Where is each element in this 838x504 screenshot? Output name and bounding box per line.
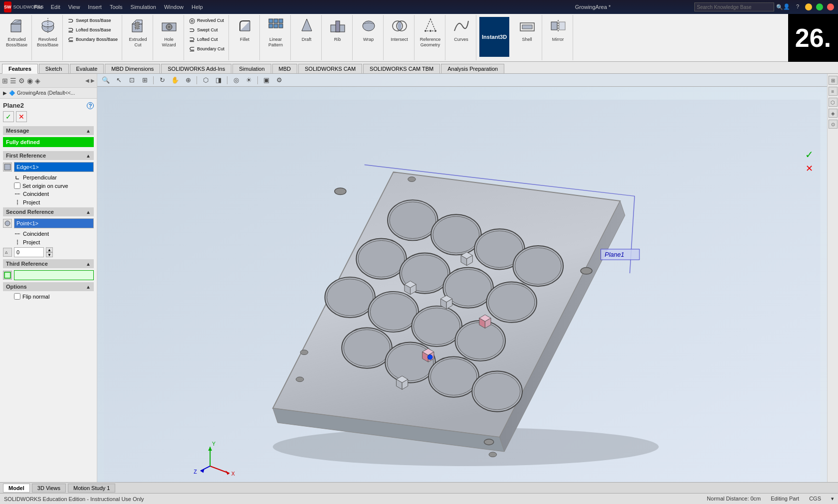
cmd-shell[interactable]: Shell (512, 15, 542, 60)
second-ref-field[interactable] (14, 218, 94, 228)
num-arrow-down[interactable]: ▼ (46, 252, 53, 257)
cmd-intersect[interactable]: Intersect (385, 15, 415, 60)
menu-view[interactable]: View (68, 4, 80, 10)
vp-zoom2-icon[interactable]: ⊕ (183, 75, 194, 86)
tab-mbd[interactable]: MBD (272, 64, 297, 73)
first-ref-icon[interactable] (3, 163, 12, 171)
menu-help[interactable]: Help (192, 4, 203, 10)
vp-view-icon[interactable]: ⬡ (200, 75, 211, 86)
tab-solidworks-cam[interactable]: SOLIDWORKS CAM (298, 64, 362, 73)
rp-btn-1[interactable]: ⊞ (829, 76, 838, 85)
third-ref-field[interactable] (14, 270, 94, 280)
rp-btn-4[interactable]: ◈ (829, 109, 838, 118)
rp-btn-2[interactable]: ≡ (829, 87, 838, 96)
tab-simulation[interactable]: Simulation (232, 64, 271, 73)
panel-tool-features[interactable]: ⊞ (2, 77, 8, 85)
menu-window[interactable]: Window (164, 4, 184, 10)
section-options-header[interactable]: Options ▲ (3, 282, 94, 291)
cmd-swept-boss-base[interactable]: ⊃ Swept Boss/Base (66, 16, 120, 25)
first-ref-field[interactable] (14, 162, 94, 172)
search-icon[interactable]: 🔍 (776, 4, 783, 10)
vp-display-icon[interactable]: ◨ (213, 75, 224, 86)
tab-solidworks-addins[interactable]: SOLIDWORKS Add-Ins (161, 64, 231, 73)
cmd-boundary-boss-base[interactable]: ⊆ Boundary Boss/Base (66, 35, 120, 44)
num-field[interactable] (14, 247, 44, 257)
panel-tool-layers[interactable]: ◈ (35, 77, 40, 85)
intersect-icon[interactable] (390, 16, 410, 36)
tab-sketch[interactable]: Sketch (39, 64, 69, 73)
cmd-revolved-boss-base[interactable]: Revolved Boss/Base (33, 15, 63, 60)
project-option-2[interactable]: Project (14, 239, 94, 246)
vp-magnify-icon[interactable]: ⊞ (139, 75, 150, 86)
cmd-rib[interactable]: Rib (323, 15, 353, 60)
vp-settings-icon[interactable]: ⚙ (274, 75, 285, 86)
menu-file[interactable]: File (34, 4, 43, 10)
third-ref-icon[interactable] (3, 271, 12, 280)
tree-expand-icon[interactable]: ▶ (3, 90, 7, 96)
cmd-lofted-boss-base[interactable]: ⊇ Lofted Boss/Base (66, 25, 120, 34)
panel-tool-properties[interactable]: ☰ (10, 77, 16, 85)
curves-icon[interactable] (451, 16, 471, 36)
coincident-option-2[interactable]: Coincident (14, 230, 94, 237)
cmd-mirror[interactable]: Mirror (543, 15, 573, 60)
fillet-icon[interactable] (235, 16, 255, 36)
cmd-wrap[interactable]: Wrap (354, 15, 384, 60)
rib-icon[interactable] (328, 16, 348, 36)
panel-expand[interactable]: ◀ ▶ (85, 78, 95, 83)
panel-tool-view[interactable]: ◉ (27, 77, 33, 85)
vp-light-icon[interactable]: ☀ (243, 75, 254, 86)
reference-geometry-icon[interactable] (420, 16, 440, 36)
tab-features[interactable]: Features (2, 64, 38, 74)
status-dropdown[interactable]: ▾ (831, 496, 834, 502)
hole-wizard-icon[interactable] (159, 16, 179, 36)
cmd-fillet[interactable]: Fillet (230, 15, 260, 60)
extruded-boss-base-icon[interactable] (7, 16, 27, 36)
wrap-icon[interactable] (359, 16, 379, 36)
perpendicular-option[interactable]: Perpendicular (14, 174, 94, 181)
viewport-ok-button[interactable]: ✓ (803, 149, 815, 161)
minimize-button[interactable] (805, 3, 812, 10)
linear-pattern-icon[interactable] (266, 16, 286, 36)
cmd-reference-geometry[interactable]: Reference Geometry (416, 15, 445, 60)
property-ok-button[interactable]: ✓ (3, 111, 14, 122)
tab-analysis-preparation[interactable]: Analysis Preparation (441, 64, 504, 73)
mirror-icon[interactable] (548, 16, 568, 36)
cmd-boundary-cut[interactable]: ⊆ Boundary Cut (187, 44, 226, 53)
panel-tool-config[interactable]: ⚙ (18, 77, 25, 85)
rp-btn-5[interactable]: ⊙ (829, 120, 838, 129)
tab-evaluate[interactable]: Evaluate (70, 64, 104, 73)
viewport-cancel-button[interactable]: ✕ (803, 163, 815, 174)
menu-edit[interactable]: Edit (51, 4, 60, 10)
menu-tools[interactable]: Tools (110, 4, 123, 10)
vp-pan-icon[interactable]: ✋ (170, 75, 181, 86)
tab-solidworks-cam-tbm[interactable]: SOLIDWORKS CAM TBM (363, 64, 440, 73)
property-help-icon[interactable]: ? (87, 102, 94, 109)
cmd-revolved-cut[interactable]: ◎ Revolved Cut (187, 16, 226, 25)
vp-zoom-icon[interactable]: 🔍 (100, 75, 111, 86)
tab-motion-study[interactable]: Motion Study 1 (68, 484, 115, 493)
user-icon[interactable]: 👤 (783, 3, 790, 10)
section-third-ref-header[interactable]: Third Reference ▲ (3, 259, 94, 268)
section-message-header[interactable]: Message ▲ (3, 126, 94, 135)
tab-mbd-dimensions[interactable]: MBD Dimensions (105, 64, 160, 73)
flip-normal-checkbox[interactable] (14, 293, 20, 300)
cmd-draft[interactable]: Draft (292, 15, 322, 60)
coincident-option-1[interactable]: Coincident (14, 190, 94, 197)
cmd-instant3d[interactable]: Instant3D (479, 17, 509, 57)
cmd-hole-wizard[interactable]: Hole Wizard (154, 15, 184, 60)
rp-btn-3[interactable]: ⬡ (829, 98, 838, 107)
section-second-ref-header[interactable]: Second Reference ▲ (3, 207, 94, 216)
vp-filter-icon[interactable]: ⊡ (126, 75, 137, 86)
tab-3d-views[interactable]: 3D Views (32, 484, 66, 493)
maximize-button[interactable] (816, 3, 823, 10)
property-cancel-button[interactable]: ✕ (16, 111, 27, 122)
vp-render-icon[interactable]: ◎ (230, 75, 241, 86)
tab-model[interactable]: Model (3, 484, 30, 493)
vp-scene-icon[interactable]: ▣ (261, 75, 272, 86)
viewport[interactable]: 🔍 ↖ ⊡ ⊞ ↻ ✋ ⊕ ⬡ ◨ ◎ ☀ ▣ ⚙ (97, 74, 827, 482)
cmd-linear-pattern[interactable]: Linear Pattern (261, 15, 291, 60)
help-icon[interactable]: ? (796, 3, 799, 10)
close-button[interactable] (827, 3, 834, 10)
cmd-extruded-boss-base[interactable]: Extruded Boss/Base (2, 15, 32, 60)
menu-insert[interactable]: Insert (88, 4, 102, 10)
